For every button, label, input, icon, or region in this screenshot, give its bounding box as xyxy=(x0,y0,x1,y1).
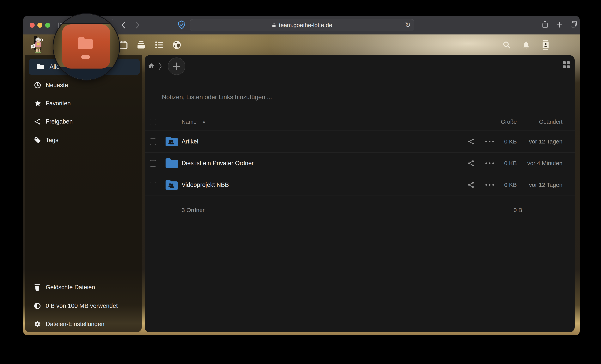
reload-icon[interactable]: ↻ xyxy=(405,21,411,29)
close-window-button[interactable] xyxy=(30,23,35,28)
search-icon[interactable] xyxy=(498,34,516,55)
notifications-bell-icon[interactable] xyxy=(517,34,535,55)
sidebar-item-recent[interactable]: Neueste xyxy=(25,79,142,91)
sidebar-item-shares[interactable]: Freigaben xyxy=(25,115,142,128)
tag-icon xyxy=(34,137,41,144)
share-button[interactable] xyxy=(468,138,475,145)
address-bar[interactable]: team.goethe-lotte.de ↻ xyxy=(190,19,414,31)
gear-icon xyxy=(34,321,41,327)
quota-pie-icon xyxy=(34,303,41,309)
column-size[interactable]: Größe xyxy=(493,119,517,125)
sidebar-item-files-settings[interactable]: Dateien-Einstellungen xyxy=(25,318,142,330)
files-content: Notizen, Listen oder Links hinzufügen ..… xyxy=(145,55,575,332)
magnifier-loupe xyxy=(53,13,120,81)
table-row[interactable]: Videoprojekt NBB 0 KB vor 12 Tagen xyxy=(145,174,575,196)
column-modified[interactable]: Geändert xyxy=(524,119,562,125)
file-size: 0 KB xyxy=(493,160,517,167)
breadcrumb-chevron-icon xyxy=(157,61,162,71)
sidebar-item-quota: 0 B von 100 MB verwendet xyxy=(25,300,142,312)
globe-app-icon[interactable] xyxy=(168,34,186,55)
tasks-app-icon[interactable] xyxy=(150,34,168,55)
sidebar-item-tags[interactable]: Tags xyxy=(25,134,142,146)
deck-app-icon[interactable] xyxy=(132,34,150,55)
sidebar-item-favorites[interactable]: Favoriten xyxy=(25,97,142,110)
file-modified: vor 12 Tagen xyxy=(524,182,562,188)
back-button[interactable] xyxy=(120,21,126,29)
minimize-window-button[interactable] xyxy=(37,23,42,28)
share-button[interactable] xyxy=(468,160,475,167)
column-name[interactable]: Name xyxy=(182,119,197,125)
magnified-folder-icon xyxy=(78,36,93,49)
folder-icon xyxy=(37,64,44,70)
logo-mascot[interactable]: ? xyxy=(30,36,46,55)
share-button[interactable] xyxy=(468,181,475,189)
contacts-icon[interactable] xyxy=(537,34,554,55)
share-icon xyxy=(34,118,41,125)
total-size: 0 B xyxy=(493,207,522,213)
row-checkbox[interactable] xyxy=(150,138,156,145)
home-breadcrumb-icon[interactable] xyxy=(148,62,154,69)
file-size: 0 KB xyxy=(493,138,517,145)
file-name[interactable]: Videoprojekt NBB xyxy=(182,182,229,188)
star-icon xyxy=(34,100,41,107)
row-actions-button[interactable] xyxy=(485,140,494,143)
magnified-folder-bar xyxy=(81,55,90,59)
sidebar-item-deleted-files[interactable]: Gelöschte Dateien xyxy=(25,281,142,293)
folder-icon[interactable] xyxy=(166,136,178,146)
files-sidebar: Alle Dateien Neueste Favoriten Freigaben xyxy=(25,55,142,332)
new-tab-icon[interactable] xyxy=(556,22,563,28)
table-row[interactable]: Artikel 0 KB vor 12 Tagen xyxy=(145,131,575,152)
row-checkbox[interactable] xyxy=(150,182,156,188)
lock-icon xyxy=(272,22,276,28)
clock-icon xyxy=(34,82,41,89)
table-row[interactable]: Dies ist ein Privater Ordner 0 KB vor 4 … xyxy=(145,152,575,174)
folder-count: 3 Ordner xyxy=(182,207,204,213)
notes-placeholder[interactable]: Notizen, Listen oder Links hinzufügen ..… xyxy=(162,93,272,101)
table-header: Name ▲ Größe Geändert xyxy=(145,116,575,128)
adblock-shield-icon[interactable] xyxy=(178,20,186,30)
folder-icon[interactable] xyxy=(166,158,178,168)
folder-icon[interactable] xyxy=(166,179,178,190)
file-list: Artikel 0 KB vor 12 Tagen Dies ist ein P… xyxy=(145,131,575,196)
file-size: 0 KB xyxy=(493,182,517,188)
row-actions-button[interactable] xyxy=(485,162,494,164)
tab-overview-icon[interactable] xyxy=(570,20,578,28)
sort-ascending-icon[interactable]: ▲ xyxy=(202,120,206,124)
row-actions-button[interactable] xyxy=(485,184,494,186)
trash-icon xyxy=(34,284,40,291)
file-modified: vor 12 Tagen xyxy=(524,138,562,145)
file-name[interactable]: Artikel xyxy=(182,138,198,145)
file-name[interactable]: Dies ist ein Privater Ordner xyxy=(182,160,254,167)
file-modified: vor 4 Minuten xyxy=(524,160,562,167)
loupe-magnified-files-app-tile xyxy=(62,24,110,69)
forward-button[interactable] xyxy=(135,21,140,29)
zoom-window-button[interactable] xyxy=(45,23,50,28)
svg-text:?: ? xyxy=(39,37,44,45)
select-all-checkbox[interactable] xyxy=(150,119,156,125)
url-text: team.goethe-lotte.de xyxy=(279,22,332,29)
share-page-icon[interactable] xyxy=(542,20,548,29)
row-checkbox[interactable] xyxy=(150,160,156,167)
table-summary: 3 Ordner 0 B xyxy=(145,196,575,221)
new-item-button[interactable] xyxy=(168,58,185,75)
grid-view-toggle-icon[interactable] xyxy=(563,61,570,68)
